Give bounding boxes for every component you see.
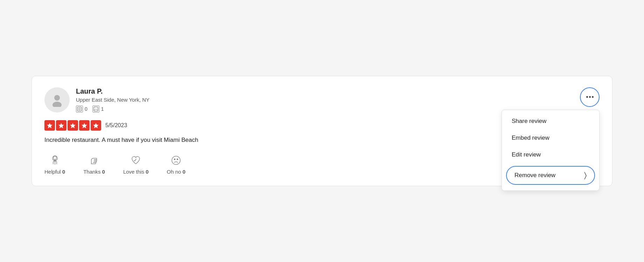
love-this-icon (130, 154, 142, 167)
star-4 (79, 120, 90, 131)
cursor-icon: 〉 (584, 171, 587, 180)
oh-no-icon (170, 154, 182, 167)
helpful-label: Helpful 0 (44, 169, 65, 175)
edit-review-item[interactable]: Edit review (502, 146, 599, 163)
star-5 (91, 120, 101, 131)
reviewer-details: Laura P. Upper East Side, New York, NY 0 (76, 87, 149, 112)
friends-count-icon (92, 105, 99, 112)
reviewer-info: Laura P. Upper East Side, New York, NY 0 (44, 87, 488, 112)
reaction-oh-no[interactable]: Oh no 0 (167, 154, 185, 175)
review-count-value: 0 (85, 106, 88, 112)
review-left: Laura P. Upper East Side, New York, NY 0 (44, 87, 488, 175)
reaction-love-this[interactable]: Love this 0 (123, 154, 149, 175)
svg-point-0 (54, 95, 60, 101)
svg-point-19 (172, 156, 180, 165)
remove-review-item[interactable]: Remove review 〉 (506, 166, 595, 185)
rating-row: 5/5/2023 (44, 120, 488, 131)
embed-review-item[interactable]: Embed review (502, 130, 599, 146)
svg-marker-5 (47, 123, 52, 128)
love-this-label: Love this 0 (123, 169, 149, 175)
friends-count-stat: 1 (92, 105, 104, 112)
review-right: Share review Embed review Edit review Re… (488, 87, 600, 110)
oh-no-count: 0 (183, 169, 186, 175)
review-card: Laura P. Upper East Side, New York, NY 0 (31, 76, 612, 187)
svg-point-20 (174, 159, 175, 160)
helpful-count: 0 (62, 169, 65, 175)
thanks-icon (88, 154, 100, 167)
dropdown-menu: Share review Embed review Edit review Re… (502, 110, 600, 191)
star-2 (56, 120, 66, 131)
reviewer-name: Laura P. (76, 87, 149, 95)
dot-3 (592, 96, 594, 98)
svg-marker-9 (93, 123, 99, 128)
thanks-count: 0 (102, 169, 105, 175)
svg-point-1 (52, 102, 62, 107)
reaction-thanks[interactable]: Thanks 0 (83, 154, 105, 175)
svg-marker-8 (82, 123, 87, 128)
star-3 (68, 120, 78, 131)
dot-1 (586, 96, 588, 98)
svg-point-21 (177, 159, 178, 160)
oh-no-label: Oh no 0 (167, 169, 185, 175)
svg-point-3 (79, 108, 80, 110)
reviewer-location: Upper East Side, New York, NY (76, 97, 149, 103)
share-review-item[interactable]: Share review (502, 113, 599, 130)
love-this-count: 0 (146, 169, 148, 175)
thanks-label: Thanks 0 (83, 169, 105, 175)
remove-review-label: Remove review (514, 172, 555, 179)
review-date: 5/5/2023 (105, 122, 127, 129)
friends-count-value: 1 (101, 106, 104, 112)
more-options-button[interactable] (580, 87, 600, 107)
review-count-icon (76, 105, 83, 112)
dot-2 (589, 96, 591, 98)
helpful-icon (49, 154, 61, 167)
reactions: Helpful 0 Thanks 0 (44, 154, 488, 175)
svg-point-10 (52, 156, 57, 161)
reviewer-stats: 0 1 (76, 105, 149, 112)
svg-marker-6 (58, 123, 64, 128)
svg-rect-2 (77, 107, 82, 111)
review-count-stat: 0 (76, 105, 88, 112)
svg-marker-7 (70, 123, 76, 128)
review-text: Incredible restaurant. A must have if yo… (44, 136, 488, 145)
star-1 (44, 120, 55, 131)
avatar (44, 87, 70, 112)
star-rating (44, 120, 101, 131)
reaction-helpful[interactable]: Helpful 0 (44, 154, 65, 175)
